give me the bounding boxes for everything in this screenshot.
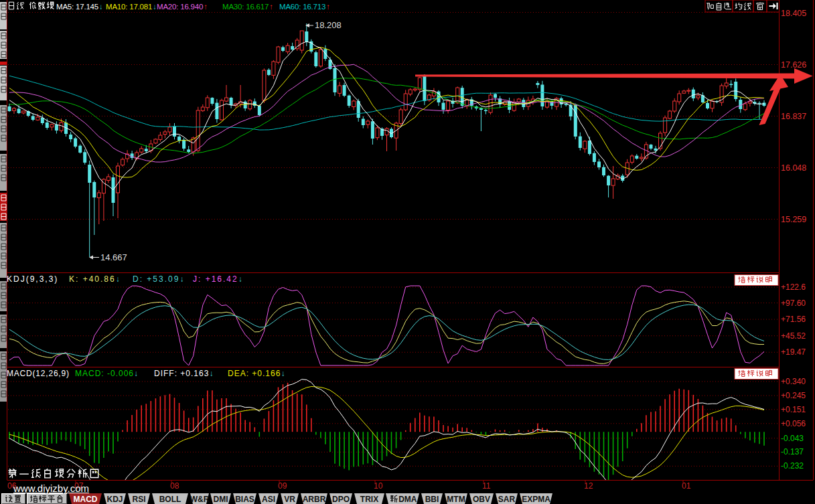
svg-text:16.048: 16.048 — [781, 163, 806, 173]
svg-text:16.837: 16.837 — [781, 112, 806, 121]
svg-text:MACD: MACD — [74, 495, 98, 504]
svg-text:KDJ(9,3,3): KDJ(9,3,3) — [7, 274, 58, 284]
svg-text:17.626: 17.626 — [781, 60, 806, 70]
svg-text:SAR: SAR — [498, 495, 516, 504]
svg-text:MA30: 16.617↑: MA30: 16.617↑ — [222, 3, 273, 11]
svg-text:DMA: DMA — [398, 495, 417, 504]
svg-text:BOLL: BOLL — [159, 495, 181, 504]
svg-text:+97.60: +97.60 — [781, 299, 806, 308]
svg-text:-0.232: -0.232 — [781, 461, 804, 471]
svg-text:15.259: 15.259 — [781, 215, 806, 224]
svg-text:RSI: RSI — [132, 495, 145, 504]
svg-text:K: +40.86↓: K: +40.86↓ — [69, 274, 121, 284]
svg-text:18.405: 18.405 — [781, 9, 806, 18]
svg-text:+0.340: +0.340 — [781, 377, 806, 386]
svg-text:MA5: 17.145↓: MA5: 17.145↓ — [56, 3, 103, 11]
svg-text:www.diyizby.com: www.diyizby.com — [13, 483, 89, 494]
svg-text:MA10: 17.081↓: MA10: 17.081↓ — [106, 3, 157, 11]
svg-text:ASI: ASI — [262, 495, 275, 504]
svg-text:MTM: MTM — [447, 495, 465, 504]
svg-text:DPO: DPO — [332, 495, 350, 504]
svg-text:+122.6: +122.6 — [781, 282, 806, 292]
svg-text:DMI: DMI — [214, 495, 228, 504]
svg-text:MA60: 16.713↑: MA60: 16.713↑ — [279, 3, 330, 11]
svg-text:+19.47: +19.47 — [781, 347, 806, 357]
svg-text:OBV: OBV — [473, 495, 490, 504]
svg-text:DIFF: +0.163↓: DIFF: +0.163↓ — [154, 369, 214, 378]
svg-text:-0.137: -0.137 — [781, 447, 804, 456]
svg-text:BBI: BBI — [425, 495, 439, 504]
svg-text:+45.52: +45.52 — [781, 331, 806, 341]
svg-text:D: +53.09↓: D: +53.09↓ — [133, 274, 185, 284]
svg-text:+0.151: +0.151 — [781, 405, 806, 414]
svg-text:TRIX: TRIX — [360, 495, 378, 504]
svg-text:VR: VR — [284, 495, 295, 504]
svg-text:KDJ: KDJ — [106, 495, 123, 504]
svg-text:-0.043: -0.043 — [781, 434, 804, 443]
svg-text:14.667: 14.667 — [100, 252, 127, 262]
svg-text:DEA: +0.166↓: DEA: +0.166↓ — [228, 369, 285, 378]
svg-text:J: +16.42↓: J: +16.42↓ — [193, 274, 244, 284]
svg-text:+0.245: +0.245 — [781, 391, 806, 400]
svg-text:+71.56: +71.56 — [781, 315, 806, 324]
svg-text:W&R: W&R — [190, 495, 210, 504]
svg-text:MA20: 16.940↑: MA20: 16.940↑ — [157, 3, 208, 11]
svg-text:ARBR: ARBR — [303, 495, 326, 504]
svg-text:18.208: 18.208 — [315, 20, 342, 30]
svg-text:BIAS: BIAS — [235, 495, 254, 504]
svg-text:EXPMA: EXPMA — [522, 495, 550, 504]
svg-text:+0.056: +0.056 — [781, 419, 806, 428]
svg-text:MACD(12,26,9): MACD(12,26,9) — [7, 369, 70, 378]
svg-text:MACD: -0.006↓: MACD: -0.006↓ — [75, 369, 139, 378]
